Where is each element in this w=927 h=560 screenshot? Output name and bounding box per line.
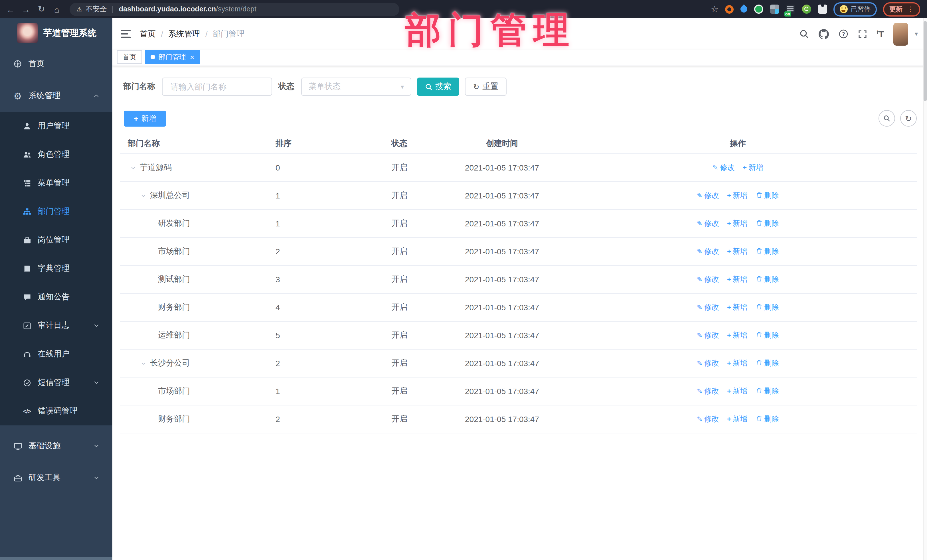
- edit-link[interactable]: ✎修改: [713, 162, 735, 173]
- sidebar-item[interactable]: 角色管理: [0, 140, 112, 169]
- plus-icon: +: [727, 191, 731, 200]
- green-circle-extension-icon[interactable]: [754, 5, 763, 14]
- tab[interactable]: 首页: [117, 50, 142, 64]
- delete-link[interactable]: 删除: [755, 246, 779, 256]
- sort-cell: 5: [268, 331, 365, 340]
- github-icon[interactable]: [819, 29, 829, 39]
- sidebar-item[interactable]: 首页: [0, 48, 112, 80]
- update-button[interactable]: 更新 ⋮: [883, 2, 920, 16]
- fullscreen-icon[interactable]: [858, 29, 867, 38]
- sidebar-item[interactable]: 菜单管理: [0, 169, 112, 197]
- app-logo[interactable]: 芋道管理系统: [0, 18, 112, 48]
- back-icon[interactable]: ←: [3, 4, 18, 14]
- edit-link[interactable]: ✎修改: [697, 386, 719, 396]
- toggle-search-button[interactable]: [878, 110, 895, 127]
- edit-link[interactable]: ✎修改: [697, 246, 719, 256]
- search-icon[interactable]: [799, 29, 809, 39]
- expand-caret-icon[interactable]: [130, 164, 136, 171]
- chevron-down-icon: [93, 379, 100, 386]
- edit-link[interactable]: ✎修改: [697, 274, 719, 285]
- address-bar[interactable]: ⚠ 不安全 dashboard.yudao.iocoder.cn/system/…: [70, 3, 399, 16]
- delete-link[interactable]: 删除: [755, 219, 779, 229]
- add-link[interactable]: +新增: [727, 302, 748, 313]
- sidebar-item[interactable]: ⚙系统管理: [0, 80, 112, 112]
- font-size-icon[interactable]: tT: [877, 29, 884, 39]
- refresh-table-button[interactable]: ↻: [900, 110, 917, 127]
- dept-name-input-wrap: [162, 77, 272, 96]
- grid-extension-icon[interactable]: [770, 5, 779, 14]
- sidebar-item[interactable]: 部门管理: [0, 197, 112, 226]
- add-link[interactable]: +新增: [727, 219, 748, 229]
- scrollbar-thumb[interactable]: [924, 21, 927, 101]
- search-button[interactable]: 搜索: [417, 77, 459, 96]
- forward-icon[interactable]: →: [18, 4, 33, 14]
- edit-link[interactable]: ✎修改: [697, 358, 719, 369]
- blue-drop-extension-icon[interactable]: [739, 4, 748, 14]
- edit-link[interactable]: ✎修改: [697, 219, 719, 229]
- table-row: 长沙分公司2开启2021-01-05 17:03:47✎修改+新增删除: [120, 349, 917, 378]
- menu-kebab-icon[interactable]: ⋮: [907, 5, 914, 13]
- scrollbar[interactable]: [923, 18, 927, 560]
- close-icon[interactable]: ×: [190, 53, 194, 61]
- sidebar-item[interactable]: 用户管理: [0, 112, 112, 140]
- column-header: 部门名称: [120, 138, 268, 149]
- avatar[interactable]: [894, 23, 909, 46]
- add-link[interactable]: +新增: [727, 190, 748, 201]
- paused-badge[interactable]: 已暂停: [833, 2, 877, 16]
- delete-link[interactable]: 删除: [755, 302, 779, 313]
- breadcrumb-item[interactable]: 首页: [140, 29, 156, 39]
- add-link[interactable]: +新增: [743, 162, 763, 173]
- delete-link[interactable]: 删除: [755, 274, 779, 285]
- delete-link[interactable]: 删除: [755, 330, 779, 340]
- expand-caret-icon[interactable]: [140, 193, 147, 199]
- sidebar-item[interactable]: 字典管理: [0, 254, 112, 283]
- edit-link[interactable]: ✎修改: [697, 330, 719, 340]
- sidebar-item[interactable]: 在线用户: [0, 340, 112, 369]
- sidebar-item[interactable]: 审计日志: [0, 311, 112, 340]
- sidebar-item[interactable]: 通知公告: [0, 283, 112, 311]
- orange-ring-extension-icon[interactable]: [725, 5, 733, 14]
- dept-name-input[interactable]: [169, 82, 265, 92]
- sidebar-item[interactable]: 研发工具: [0, 462, 112, 494]
- refresh-icon[interactable]: ↻: [33, 4, 49, 14]
- chevron-down-icon: [93, 443, 100, 449]
- delete-link[interactable]: 删除: [755, 190, 779, 201]
- hamburger-icon[interactable]: [117, 29, 135, 39]
- add-link[interactable]: +新增: [727, 274, 748, 285]
- green-key-extension-icon[interactable]: [802, 5, 811, 14]
- edit-link[interactable]: ✎修改: [697, 302, 719, 313]
- add-link[interactable]: +新增: [727, 330, 748, 340]
- delete-link[interactable]: 删除: [755, 358, 779, 369]
- sort-cell: 2: [268, 247, 365, 256]
- svg-text:?: ?: [842, 31, 845, 37]
- edit-link[interactable]: ✎修改: [697, 414, 719, 424]
- add-link[interactable]: +新增: [727, 358, 748, 369]
- sidebar-item[interactable]: </>错误码管理: [0, 397, 112, 425]
- add-link[interactable]: +新增: [727, 414, 748, 424]
- add-link[interactable]: +新增: [727, 246, 748, 256]
- home-icon[interactable]: ⌂: [49, 4, 64, 14]
- sidebar-item[interactable]: 岗位管理: [0, 226, 112, 254]
- help-icon[interactable]: ?: [839, 29, 848, 39]
- chevron-down-icon[interactable]: ▾: [915, 30, 918, 38]
- plus-icon: +: [727, 304, 731, 311]
- status-select[interactable]: 菜单状态 ▾: [301, 77, 411, 96]
- reset-button[interactable]: ↻ 重置: [465, 77, 506, 96]
- puzzle-extension-icon[interactable]: [818, 5, 827, 14]
- edit-link[interactable]: ✎修改: [697, 190, 719, 201]
- add-button[interactable]: + 新增: [124, 110, 166, 126]
- expand-caret-icon[interactable]: [140, 360, 147, 366]
- tab[interactable]: 部门管理×: [145, 50, 200, 64]
- dept-name-label: 部门名称: [123, 82, 155, 92]
- sidebar-item[interactable]: 基础设施: [0, 430, 112, 462]
- delete-link[interactable]: 删除: [755, 386, 779, 396]
- breadcrumb-item[interactable]: 系统管理: [168, 29, 200, 39]
- users-icon: [22, 150, 32, 159]
- bookmark-star-icon[interactable]: ☆: [711, 4, 719, 14]
- add-link[interactable]: +新增: [727, 386, 748, 396]
- adblock-extension-icon[interactable]: on: [786, 5, 795, 14]
- delete-link[interactable]: 删除: [755, 414, 779, 424]
- dept-table: 部门名称排序状态创建时间操作 芋道源码0开启2021-01-05 17:03:4…: [120, 134, 917, 433]
- sidebar-item[interactable]: 短信管理: [0, 369, 112, 397]
- actions-cell: ✎修改+新增删除: [570, 330, 917, 340]
